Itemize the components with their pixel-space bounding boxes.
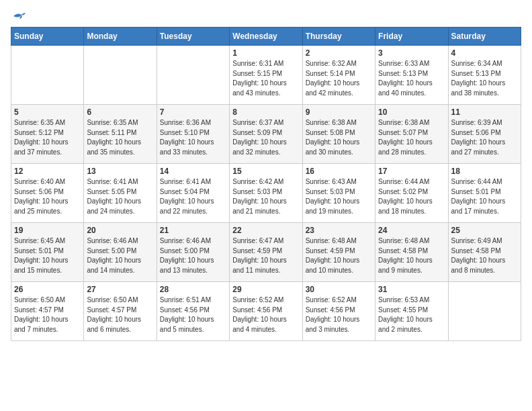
day-info: Sunrise: 6:32 AMSunset: 5:14 PMDaylight:… [306, 59, 372, 98]
calendar-cell: 22Sunrise: 6:47 AMSunset: 4:59 PMDayligh… [230, 223, 302, 282]
calendar-cell: 2Sunrise: 6:32 AMSunset: 5:14 PMDaylight… [302, 46, 375, 105]
calendar-cell: 21Sunrise: 6:46 AMSunset: 5:00 PMDayligh… [157, 223, 229, 282]
calendar-cell: 25Sunrise: 6:49 AMSunset: 4:58 PMDayligh… [448, 223, 521, 282]
day-number: 12 [14, 167, 81, 176]
day-number: 27 [87, 285, 153, 294]
day-info: Sunrise: 6:31 AMSunset: 5:15 PMDaylight:… [232, 59, 299, 98]
day-number: 3 [378, 48, 445, 58]
day-number: 30 [306, 285, 372, 294]
weekday-header-thursday: Thursday [302, 28, 375, 46]
week-row-5: 26Sunrise: 6:50 AMSunset: 4:57 PMDayligh… [11, 282, 521, 341]
day-info: Sunrise: 6:44 AMSunset: 5:01 PMDaylight:… [451, 177, 518, 216]
day-number: 16 [306, 167, 372, 176]
day-info: Sunrise: 6:41 AMSunset: 5:05 PMDaylight:… [87, 177, 153, 216]
calendar-cell: 15Sunrise: 6:42 AMSunset: 5:03 PMDayligh… [230, 164, 302, 223]
day-info: Sunrise: 6:35 AMSunset: 5:11 PMDaylight:… [87, 118, 153, 157]
calendar-cell: 12Sunrise: 6:40 AMSunset: 5:06 PMDayligh… [11, 164, 84, 223]
calendar-cell: 28Sunrise: 6:51 AMSunset: 4:56 PMDayligh… [157, 282, 229, 341]
calendar-cell: 31Sunrise: 6:53 AMSunset: 4:55 PMDayligh… [375, 282, 448, 341]
calendar-cell: 29Sunrise: 6:52 AMSunset: 4:56 PMDayligh… [230, 282, 302, 341]
calendar-cell: 17Sunrise: 6:44 AMSunset: 5:02 PMDayligh… [375, 164, 448, 223]
day-info: Sunrise: 6:48 AMSunset: 4:59 PMDaylight:… [306, 236, 372, 275]
weekday-header-saturday: Saturday [448, 28, 521, 46]
day-number: 11 [451, 107, 518, 117]
day-info: Sunrise: 6:48 AMSunset: 4:58 PMDaylight:… [378, 236, 445, 275]
day-number: 13 [87, 167, 153, 176]
day-number: 7 [160, 107, 226, 117]
day-info: Sunrise: 6:37 AMSunset: 5:09 PMDaylight:… [232, 118, 299, 157]
day-number: 8 [232, 107, 299, 117]
day-info: Sunrise: 6:36 AMSunset: 5:10 PMDaylight:… [160, 118, 226, 157]
calendar-cell: 26Sunrise: 6:50 AMSunset: 4:57 PMDayligh… [11, 282, 84, 341]
calendar-cell: 6Sunrise: 6:35 AMSunset: 5:11 PMDaylight… [84, 105, 157, 164]
day-number: 1 [232, 48, 299, 58]
weekday-header-friday: Friday [375, 28, 448, 46]
day-number: 17 [378, 167, 445, 176]
day-number: 21 [160, 226, 226, 235]
day-number: 25 [451, 226, 518, 235]
weekday-header-wednesday: Wednesday [230, 28, 302, 46]
day-info: Sunrise: 6:41 AMSunset: 5:04 PMDaylight:… [160, 177, 226, 216]
day-info: Sunrise: 6:50 AMSunset: 4:57 PMDaylight:… [87, 295, 153, 334]
day-number: 31 [378, 285, 445, 294]
weekday-header-monday: Monday [84, 28, 157, 46]
week-row-1: 1Sunrise: 6:31 AMSunset: 5:15 PMDaylight… [11, 46, 521, 105]
day-info: Sunrise: 6:33 AMSunset: 5:13 PMDaylight:… [378, 59, 445, 98]
day-number: 28 [160, 285, 226, 294]
day-number: 23 [306, 226, 372, 235]
weekday-header-sunday: Sunday [11, 28, 84, 46]
day-number: 26 [14, 285, 81, 294]
calendar-cell: 18Sunrise: 6:44 AMSunset: 5:01 PMDayligh… [448, 164, 521, 223]
calendar-cell: 16Sunrise: 6:43 AMSunset: 5:03 PMDayligh… [302, 164, 375, 223]
day-info: Sunrise: 6:45 AMSunset: 5:01 PMDaylight:… [14, 236, 81, 275]
day-info: Sunrise: 6:38 AMSunset: 5:07 PMDaylight:… [378, 118, 445, 157]
calendar-cell [448, 282, 521, 341]
calendar-cell: 4Sunrise: 6:34 AMSunset: 5:13 PMDaylight… [448, 46, 521, 105]
day-info: Sunrise: 6:49 AMSunset: 4:58 PMDaylight:… [451, 236, 518, 275]
day-number: 2 [306, 48, 372, 58]
day-info: Sunrise: 6:47 AMSunset: 4:59 PMDaylight:… [232, 236, 299, 275]
calendar-table: SundayMondayTuesdayWednesdayThursdayFrid… [11, 27, 521, 341]
day-info: Sunrise: 6:53 AMSunset: 4:55 PMDaylight:… [378, 295, 445, 334]
day-number: 22 [232, 226, 299, 235]
day-number: 4 [451, 48, 518, 58]
calendar-cell: 20Sunrise: 6:46 AMSunset: 5:00 PMDayligh… [84, 223, 157, 282]
day-number: 6 [87, 107, 153, 117]
day-info: Sunrise: 6:52 AMSunset: 4:56 PMDaylight:… [232, 295, 299, 334]
calendar-cell [84, 46, 157, 105]
day-info: Sunrise: 6:52 AMSunset: 4:56 PMDaylight:… [306, 295, 372, 334]
calendar-cell: 11Sunrise: 6:39 AMSunset: 5:06 PMDayligh… [448, 105, 521, 164]
week-row-4: 19Sunrise: 6:45 AMSunset: 5:01 PMDayligh… [11, 223, 521, 282]
calendar-cell: 10Sunrise: 6:38 AMSunset: 5:07 PMDayligh… [375, 105, 448, 164]
calendar-cell: 9Sunrise: 6:38 AMSunset: 5:08 PMDaylight… [302, 105, 375, 164]
day-info: Sunrise: 6:42 AMSunset: 5:03 PMDaylight:… [232, 177, 299, 216]
week-row-2: 5Sunrise: 6:35 AMSunset: 5:12 PMDaylight… [11, 105, 521, 164]
day-number: 14 [160, 167, 226, 176]
day-info: Sunrise: 6:38 AMSunset: 5:08 PMDaylight:… [306, 118, 372, 157]
day-number: 18 [451, 167, 518, 176]
calendar-cell: 13Sunrise: 6:41 AMSunset: 5:05 PMDayligh… [84, 164, 157, 223]
calendar-cell: 7Sunrise: 6:36 AMSunset: 5:10 PMDaylight… [157, 105, 229, 164]
calendar-cell [157, 46, 229, 105]
day-number: 5 [14, 107, 81, 117]
calendar-cell: 30Sunrise: 6:52 AMSunset: 4:56 PMDayligh… [302, 282, 375, 341]
day-info: Sunrise: 6:51 AMSunset: 4:56 PMDaylight:… [160, 295, 226, 334]
calendar-cell: 1Sunrise: 6:31 AMSunset: 5:15 PMDaylight… [230, 46, 302, 105]
day-info: Sunrise: 6:46 AMSunset: 5:00 PMDaylight:… [160, 236, 226, 275]
day-info: Sunrise: 6:34 AMSunset: 5:13 PMDaylight:… [451, 59, 518, 98]
day-number: 24 [378, 226, 445, 235]
logo [11, 11, 27, 20]
day-number: 20 [87, 226, 153, 235]
calendar-cell [11, 46, 84, 105]
day-number: 9 [306, 107, 372, 117]
calendar-cell: 5Sunrise: 6:35 AMSunset: 5:12 PMDaylight… [11, 105, 84, 164]
day-info: Sunrise: 6:44 AMSunset: 5:02 PMDaylight:… [378, 177, 445, 216]
day-number: 19 [14, 226, 81, 235]
week-row-3: 12Sunrise: 6:40 AMSunset: 5:06 PMDayligh… [11, 164, 521, 223]
day-info: Sunrise: 6:46 AMSunset: 5:00 PMDaylight:… [87, 236, 153, 275]
calendar-cell: 8Sunrise: 6:37 AMSunset: 5:09 PMDaylight… [230, 105, 302, 164]
calendar-cell: 14Sunrise: 6:41 AMSunset: 5:04 PMDayligh… [157, 164, 229, 223]
day-info: Sunrise: 6:50 AMSunset: 4:57 PMDaylight:… [14, 295, 81, 334]
day-info: Sunrise: 6:35 AMSunset: 5:12 PMDaylight:… [14, 118, 81, 157]
calendar-cell: 24Sunrise: 6:48 AMSunset: 4:58 PMDayligh… [375, 223, 448, 282]
